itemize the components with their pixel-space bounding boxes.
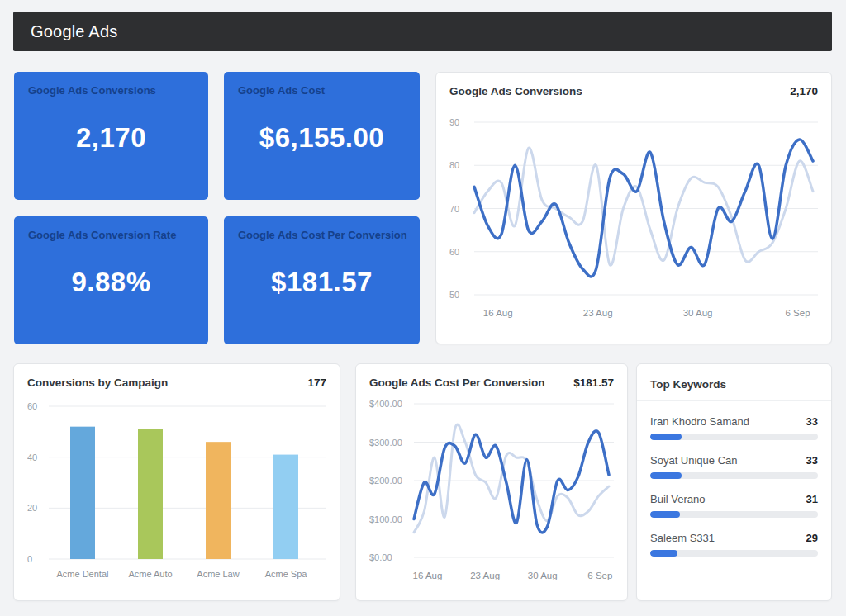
svg-text:16 Aug: 16 Aug — [413, 571, 443, 580]
keyword-row: Iran Khodro Samand 33 — [650, 415, 818, 440]
svg-text:20: 20 — [27, 503, 37, 513]
svg-text:$200.00: $200.00 — [369, 476, 402, 486]
svg-text:Acme Law: Acme Law — [197, 569, 239, 579]
keyword-progress-track — [650, 434, 818, 440]
kpi-value: 2,170 — [14, 122, 208, 154]
chart-total-value: $181.57 — [573, 377, 614, 389]
kpi-value: 9.88% — [14, 267, 208, 298]
keyword-row: Soyat Unique Can 33 — [650, 454, 818, 479]
svg-text:Acme Spa: Acme Spa — [265, 569, 308, 579]
svg-text:90: 90 — [449, 117, 459, 127]
kpi-value: $181.57 — [224, 267, 420, 298]
keyword-label: Saleem S331 — [650, 532, 715, 544]
keyword-progress-fill — [650, 511, 680, 518]
chart-total-value: 177 — [307, 377, 326, 389]
chart-title: Conversions by Campaign — [27, 377, 168, 389]
svg-text:$300.00: $300.00 — [369, 438, 402, 448]
campaign-bar-chart[interactable]: 0204060Acme DentalAcme AutoAcme LawAcme … — [27, 394, 328, 592]
keyword-progress-fill — [650, 472, 682, 479]
kpi-label: Google Ads Cost — [238, 84, 325, 97]
keyword-row: Saleem S331 29 — [650, 532, 818, 557]
svg-text:6 Sep: 6 Sep — [587, 571, 612, 580]
conversions-by-campaign-card: Conversions by Campaign 177 0204060Acme … — [13, 363, 340, 601]
kpi-label: Google Ads Cost Per Conversion — [238, 229, 407, 241]
keyword-progress-track — [650, 511, 818, 518]
keyword-value: 33 — [806, 415, 818, 428]
page-title: Google Ads — [31, 22, 117, 41]
keyword-progress-track — [650, 472, 818, 479]
cost-line-chart[interactable]: $0.00$100.00$200.00$300.00$400.0016 Aug2… — [369, 394, 615, 592]
svg-text:$100.00: $100.00 — [369, 514, 402, 524]
keyword-value: 31 — [806, 493, 818, 505]
svg-text:40: 40 — [27, 453, 37, 462]
svg-text:30 Aug: 30 Aug — [528, 571, 558, 580]
keyword-row: Buil Verano 31 — [650, 493, 818, 518]
kpi-card-conversion-rate[interactable]: Google Ads Conversion Rate 9.88% — [14, 216, 208, 344]
svg-text:60: 60 — [27, 401, 37, 411]
kpi-value: $6,155.00 — [224, 122, 420, 154]
svg-text:23 Aug: 23 Aug — [583, 308, 613, 318]
svg-text:30 Aug: 30 Aug — [683, 308, 713, 318]
svg-text:23 Aug: 23 Aug — [470, 571, 500, 580]
conversions-trend-card: Google Ads Conversions 2,170 50607080901… — [435, 72, 832, 344]
top-keywords-card: Top Keywords Iran Khodro Samand 33 Soyat… — [636, 363, 832, 601]
svg-text:$400.00: $400.00 — [369, 399, 402, 409]
chart-title: Google Ads Cost Per Conversion — [369, 377, 545, 389]
keyword-label: Iran Khodro Samand — [650, 415, 749, 428]
keyword-label: Buil Verano — [650, 493, 706, 505]
svg-text:Acme Dental: Acme Dental — [57, 569, 109, 579]
keyword-progress-fill — [650, 550, 677, 557]
svg-text:50: 50 — [449, 290, 459, 300]
svg-text:70: 70 — [449, 204, 459, 214]
kpi-card-cost[interactable]: Google Ads Cost $6,155.00 — [224, 72, 420, 200]
kpi-card-conversions[interactable]: Google Ads Conversions 2,170 — [14, 72, 208, 200]
keyword-label: Soyat Unique Can — [650, 454, 738, 467]
svg-text:$0.00: $0.00 — [369, 552, 392, 562]
svg-text:60: 60 — [449, 247, 459, 257]
keywords-title: Top Keywords — [650, 378, 726, 391]
svg-text:16 Aug: 16 Aug — [483, 308, 513, 318]
kpi-card-cost-per-conversion[interactable]: Google Ads Cost Per Conversion $181.57 — [224, 216, 420, 344]
cost-per-conversion-card: Google Ads Cost Per Conversion $181.57 $… — [355, 363, 628, 601]
svg-text:6 Sep: 6 Sep — [786, 308, 810, 318]
keyword-progress-fill — [650, 434, 682, 440]
keyword-value: 29 — [806, 532, 818, 544]
keyword-value: 33 — [806, 454, 818, 467]
kpi-label: Google Ads Conversions — [28, 84, 156, 97]
chart-title: Google Ads Conversions — [449, 85, 582, 97]
svg-text:0: 0 — [27, 554, 32, 564]
kpi-label: Google Ads Conversion Rate — [28, 229, 176, 241]
chart-total-value: 2,170 — [790, 85, 818, 97]
svg-text:80: 80 — [449, 160, 459, 170]
conversions-line-chart[interactable]: 506070809016 Aug23 Aug30 Aug6 Sep — [449, 102, 820, 332]
svg-text:Acme Auto: Acme Auto — [128, 569, 172, 579]
keyword-progress-track — [650, 550, 818, 557]
app-header-bar: Google Ads — [13, 12, 832, 51]
